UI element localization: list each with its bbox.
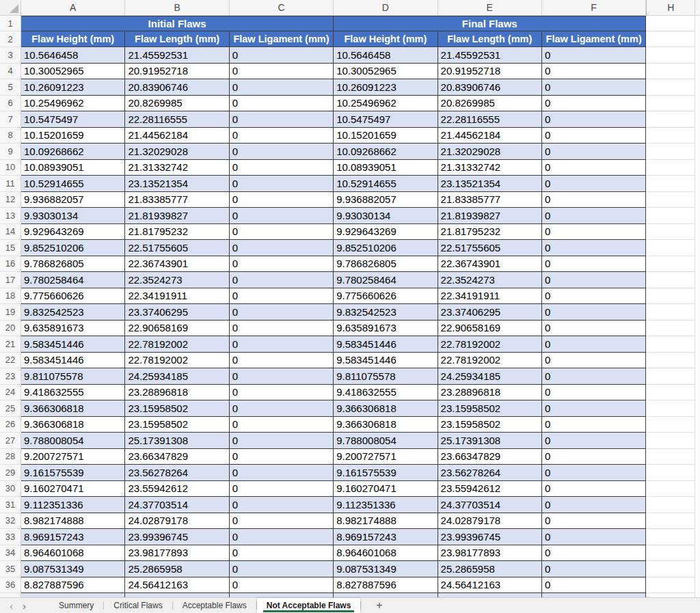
table-cell[interactable]: 0	[230, 561, 334, 577]
table-cell[interactable]: 0	[230, 336, 334, 353]
row-number[interactable]: 18	[0, 288, 21, 305]
table-cell[interactable]: 0	[230, 529, 334, 545]
table-cell[interactable]: 0	[542, 545, 646, 562]
row-number[interactable]: 7	[0, 111, 21, 128]
table-cell[interactable]: 10.5475497	[334, 111, 438, 128]
row-number[interactable]: 25	[0, 400, 21, 417]
table-cell[interactable]: 20.91952718	[438, 64, 542, 80]
tab-not-acceptable-flaws[interactable]: Not Acceptable Flaws	[257, 598, 361, 613]
header-final-flaw-ligament[interactable]: Flaw Ligament (mm)	[542, 31, 646, 47]
table-cell[interactable]: 9.418632555	[334, 385, 438, 401]
row-number[interactable]: 4	[0, 64, 21, 80]
row-number[interactable]: 8	[0, 128, 21, 144]
header-final-flaw-height[interactable]: Flaw Height (mm)	[334, 31, 438, 47]
table-cell[interactable]: 23.66347829	[125, 449, 229, 465]
table-cell[interactable]: 0	[230, 176, 334, 192]
row-number[interactable]: 29	[0, 465, 21, 481]
table-cell[interactable]: 20.8269985	[125, 96, 229, 112]
table-cell[interactable]: 0	[542, 497, 646, 513]
table-cell[interactable]: 0	[230, 288, 334, 305]
table-cell[interactable]: 10.26091223	[334, 79, 438, 96]
table-cell[interactable]: 10.15201659	[21, 128, 125, 144]
empty-cell-h[interactable]	[646, 128, 695, 144]
table-cell[interactable]: 9.780258464	[334, 272, 438, 288]
table-cell[interactable]: 0	[230, 272, 334, 288]
table-cell[interactable]: 23.99396745	[438, 529, 542, 545]
table-cell[interactable]: 9.087531349	[21, 561, 125, 577]
empty-cell-h[interactable]	[646, 545, 695, 562]
table-cell[interactable]: 25.2865958	[438, 561, 542, 577]
table-cell[interactable]: 22.78192002	[438, 353, 542, 369]
empty-cell-h[interactable]	[646, 111, 695, 128]
table-cell[interactable]: 9.366306818	[21, 400, 125, 417]
empty-cell-h[interactable]	[646, 47, 695, 64]
column-header-d[interactable]: D	[334, 0, 438, 15]
table-cell[interactable]: 9.583451446	[334, 353, 438, 369]
table-cell[interactable]: 9.112351336	[334, 497, 438, 513]
table-cell[interactable]: 10.09268662	[334, 144, 438, 160]
row-number-2[interactable]: 2	[0, 31, 21, 47]
row-number[interactable]: 20	[0, 321, 21, 337]
table-cell[interactable]: 0	[542, 304, 646, 321]
table-cell[interactable]: 24.02879178	[125, 513, 229, 530]
header-initial-flaw-height[interactable]: Flaw Height (mm)	[21, 31, 125, 47]
row-number[interactable]: 32	[0, 513, 21, 530]
empty-cell-h1[interactable]	[646, 16, 695, 31]
empty-cell-h[interactable]	[646, 385, 695, 401]
table-cell[interactable]: 21.45592531	[438, 47, 542, 64]
table-cell[interactable]: 0	[542, 176, 646, 192]
table-cell[interactable]: 10.52914655	[334, 176, 438, 192]
table-cell[interactable]: 23.13521354	[438, 176, 542, 192]
table-cell[interactable]: 8.827887596	[21, 577, 125, 594]
table-cell[interactable]: 0	[230, 96, 334, 112]
empty-cell-h[interactable]	[646, 400, 695, 417]
table-cell[interactable]: 9.936882057	[334, 192, 438, 208]
empty-cell-h[interactable]	[646, 176, 695, 192]
row-number[interactable]: 34	[0, 545, 21, 562]
table-cell[interactable]: 0	[230, 304, 334, 321]
table-cell[interactable]: 25.17391308	[438, 433, 542, 449]
table-cell[interactable]: 0	[542, 529, 646, 545]
table-cell[interactable]: 24.56412163	[438, 577, 542, 594]
row-number[interactable]: 24	[0, 385, 21, 401]
table-cell[interactable]: 23.37406295	[438, 304, 542, 321]
row-number[interactable]: 6	[0, 96, 21, 112]
row-number[interactable]: 13	[0, 208, 21, 224]
table-cell[interactable]: 9.929643269	[334, 224, 438, 241]
table-cell[interactable]: 9.775660626	[21, 288, 125, 305]
table-cell[interactable]: 9.929643269	[21, 224, 125, 241]
table-cell[interactable]: 21.32029028	[125, 144, 229, 160]
table-cell[interactable]: 0	[230, 497, 334, 513]
column-header-a[interactable]: A	[21, 0, 125, 15]
table-cell[interactable]: 0	[230, 481, 334, 498]
table-cell[interactable]: 22.36743901	[438, 256, 542, 273]
row-number[interactable]: 23	[0, 368, 21, 385]
table-cell[interactable]: 8.969157243	[334, 529, 438, 545]
table-cell[interactable]: 9.635891673	[334, 321, 438, 337]
empty-cell-h[interactable]	[646, 417, 695, 433]
table-cell[interactable]: 23.66347829	[438, 449, 542, 465]
select-all-corner[interactable]	[0, 0, 21, 15]
empty-cell-h2[interactable]	[646, 31, 695, 47]
table-cell[interactable]: 22.28116555	[125, 111, 229, 128]
table-cell[interactable]: 0	[542, 385, 646, 401]
table-cell[interactable]: 10.5646458	[334, 47, 438, 64]
table-cell[interactable]: 9.635891673	[21, 321, 125, 337]
table-cell[interactable]: 22.78192002	[438, 336, 542, 353]
next-sheet-icon[interactable]: ›	[23, 601, 26, 611]
table-cell[interactable]: 22.34191911	[125, 288, 229, 305]
table-cell[interactable]: 0	[542, 272, 646, 288]
table-cell[interactable]: 21.31332742	[438, 160, 542, 176]
empty-cell-h[interactable]	[646, 288, 695, 305]
table-cell[interactable]: 20.83906746	[438, 79, 542, 96]
table-cell[interactable]: 0	[542, 192, 646, 208]
table-cell[interactable]: 23.15958502	[125, 417, 229, 433]
empty-cell-h[interactable]	[646, 256, 695, 273]
table-cell[interactable]: 0	[230, 321, 334, 337]
empty-cell-h[interactable]	[646, 513, 695, 530]
table-cell[interactable]: 0	[542, 513, 646, 530]
table-cell[interactable]: 10.15201659	[334, 128, 438, 144]
group-header-final-flaws[interactable]: Final Flaws	[334, 16, 646, 31]
table-cell[interactable]: 20.8269985	[438, 96, 542, 112]
header-final-flaw-length[interactable]: Flaw Length (mm)	[438, 31, 542, 47]
